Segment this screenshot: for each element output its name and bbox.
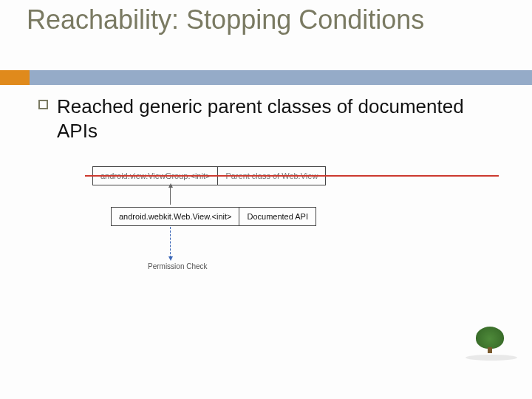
permission-check-label: Permission Check	[148, 262, 208, 270]
parent-row: android.view.ViewGroup.<init> Parent cla…	[92, 166, 326, 185]
bullet-item: Reached generic parent classes of docume…	[38, 95, 471, 143]
bullet-marker-icon	[38, 100, 48, 109]
diagram: android.view.ViewGroup.<init> Parent cla…	[59, 166, 480, 292]
arrow-down-dashed-icon	[170, 227, 171, 258]
tree-crown	[476, 327, 504, 349]
child-row: android.webkit.Web.View.<init> Documente…	[111, 207, 316, 226]
bullet-text: Reached generic parent classes of docume…	[57, 95, 471, 143]
child-label-box: Documented API	[239, 207, 316, 226]
tree-icon	[473, 324, 507, 353]
child-api-box: android.webkit.Web.View.<init>	[111, 207, 239, 226]
slide-title: Reachability: Stopping Conditions	[27, 4, 424, 35]
underline-accent-blue	[30, 70, 532, 85]
arrow-up-icon	[170, 187, 171, 205]
title-underline	[0, 70, 532, 85]
underline-accent-orange	[0, 70, 30, 85]
tree-trunk	[488, 347, 492, 353]
strike-through-line	[85, 175, 499, 177]
slide: Reachability: Stopping Conditions Reache…	[0, 0, 532, 399]
tree-shadow	[466, 355, 517, 361]
